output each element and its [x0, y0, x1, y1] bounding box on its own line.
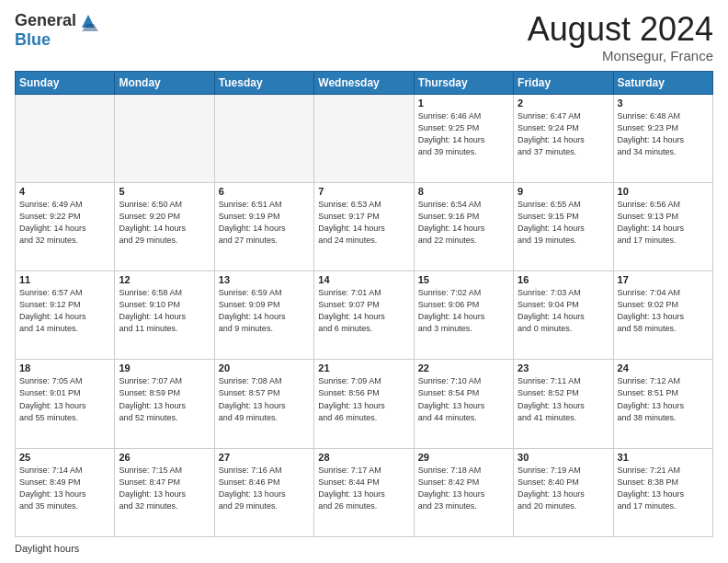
day-info: Sunrise: 7:01 AM Sunset: 9:07 PM Dayligh… — [318, 287, 409, 335]
day-info: Sunrise: 6:56 AM Sunset: 9:13 PM Dayligh… — [618, 199, 709, 247]
day-info: Sunrise: 7:11 AM Sunset: 8:52 PM Dayligh… — [518, 375, 609, 423]
day-info: Sunrise: 7:03 AM Sunset: 9:04 PM Dayligh… — [518, 287, 609, 335]
day-header-sunday: Sunday — [16, 71, 115, 94]
calendar-cell: 22Sunrise: 7:10 AM Sunset: 8:54 PM Dayli… — [414, 360, 513, 448]
day-info: Sunrise: 7:10 AM Sunset: 8:54 PM Dayligh… — [418, 375, 509, 423]
calendar-cell: 30Sunrise: 7:19 AM Sunset: 8:40 PM Dayli… — [514, 448, 613, 536]
week-row-0: 1Sunrise: 6:46 AM Sunset: 9:25 PM Daylig… — [16, 94, 713, 182]
day-info: Sunrise: 7:16 AM Sunset: 8:46 PM Dayligh… — [219, 465, 310, 512]
day-info: Sunrise: 6:50 AM Sunset: 9:20 PM Dayligh… — [119, 199, 210, 247]
calendar-cell: 10Sunrise: 6:56 AM Sunset: 9:13 PM Dayli… — [613, 182, 712, 270]
day-number: 31 — [618, 452, 709, 463]
calendar-cell: 2Sunrise: 6:47 AM Sunset: 9:24 PM Daylig… — [514, 94, 613, 182]
calendar-subtitle: Monsegur, France — [528, 48, 713, 63]
day-header-thursday: Thursday — [414, 71, 513, 94]
day-info: Sunrise: 7:07 AM Sunset: 8:59 PM Dayligh… — [119, 375, 210, 423]
week-row-3: 18Sunrise: 7:05 AM Sunset: 9:01 PM Dayli… — [16, 360, 713, 448]
week-row-4: 25Sunrise: 7:14 AM Sunset: 8:49 PM Dayli… — [16, 448, 713, 536]
header: General Blue August 2024 Monsegur, Franc… — [15, 11, 713, 63]
calendar-cell: 11Sunrise: 6:57 AM Sunset: 9:12 PM Dayli… — [16, 271, 115, 360]
day-header-saturday: Saturday — [613, 71, 712, 94]
calendar-cell: 3Sunrise: 6:48 AM Sunset: 9:23 PM Daylig… — [613, 94, 712, 182]
day-number: 20 — [219, 362, 310, 373]
day-number: 6 — [219, 186, 310, 197]
day-number: 3 — [618, 98, 709, 109]
day-number: 1 — [418, 98, 509, 109]
calendar-cell: 6Sunrise: 6:51 AM Sunset: 9:19 PM Daylig… — [214, 182, 313, 270]
day-number: 16 — [518, 274, 609, 285]
calendar-cell: 26Sunrise: 7:15 AM Sunset: 8:47 PM Dayli… — [115, 448, 214, 536]
day-number: 11 — [19, 274, 110, 285]
calendar-title: August 2024 — [528, 11, 713, 48]
day-info: Sunrise: 7:02 AM Sunset: 9:06 PM Dayligh… — [418, 287, 509, 335]
calendar-cell: 1Sunrise: 6:46 AM Sunset: 9:25 PM Daylig… — [414, 94, 513, 182]
calendar-cell: 31Sunrise: 7:21 AM Sunset: 8:38 PM Dayli… — [613, 448, 712, 536]
day-number: 8 — [418, 186, 509, 197]
day-info: Sunrise: 6:55 AM Sunset: 9:15 PM Dayligh… — [518, 199, 609, 247]
day-info: Sunrise: 7:19 AM Sunset: 8:40 PM Dayligh… — [518, 465, 609, 512]
day-number: 21 — [318, 362, 409, 373]
day-info: Sunrise: 7:09 AM Sunset: 8:56 PM Dayligh… — [318, 375, 409, 423]
calendar-cell: 18Sunrise: 7:05 AM Sunset: 9:01 PM Dayli… — [16, 360, 115, 448]
day-number: 24 — [618, 362, 709, 373]
day-number: 26 — [119, 452, 210, 463]
day-info: Sunrise: 6:57 AM Sunset: 9:12 PM Dayligh… — [19, 287, 110, 335]
day-number: 5 — [119, 186, 210, 197]
calendar-cell: 21Sunrise: 7:09 AM Sunset: 8:56 PM Dayli… — [314, 360, 414, 448]
day-number: 30 — [518, 452, 609, 463]
logo: General Blue — [15, 11, 98, 50]
day-number: 28 — [318, 452, 409, 463]
day-info: Sunrise: 7:05 AM Sunset: 9:01 PM Dayligh… — [19, 375, 110, 423]
day-number: 9 — [518, 186, 609, 197]
day-header-wednesday: Wednesday — [314, 71, 414, 94]
day-number: 29 — [418, 452, 509, 463]
day-number: 19 — [119, 362, 210, 373]
day-header-friday: Friday — [514, 71, 613, 94]
day-number: 15 — [418, 274, 509, 285]
day-number: 25 — [19, 452, 110, 463]
day-number: 23 — [518, 362, 609, 373]
calendar-cell: 5Sunrise: 6:50 AM Sunset: 9:20 PM Daylig… — [115, 182, 214, 270]
day-info: Sunrise: 6:46 AM Sunset: 9:25 PM Dayligh… — [418, 110, 509, 158]
day-info: Sunrise: 6:59 AM Sunset: 9:09 PM Dayligh… — [219, 287, 310, 335]
calendar-cell: 23Sunrise: 7:11 AM Sunset: 8:52 PM Dayli… — [514, 360, 613, 448]
day-number: 10 — [618, 186, 709, 197]
day-number: 17 — [618, 274, 709, 285]
calendar-cell: 29Sunrise: 7:18 AM Sunset: 8:42 PM Dayli… — [414, 448, 513, 536]
calendar-cell: 25Sunrise: 7:14 AM Sunset: 8:49 PM Dayli… — [16, 448, 115, 536]
day-info: Sunrise: 6:54 AM Sunset: 9:16 PM Dayligh… — [418, 199, 509, 247]
calendar-cell: 13Sunrise: 6:59 AM Sunset: 9:09 PM Dayli… — [214, 271, 313, 360]
week-row-2: 11Sunrise: 6:57 AM Sunset: 9:12 PM Dayli… — [16, 271, 713, 360]
day-number: 27 — [219, 452, 310, 463]
header-row: SundayMondayTuesdayWednesdayThursdayFrid… — [16, 71, 713, 94]
calendar-cell — [314, 94, 414, 182]
day-number: 14 — [318, 274, 409, 285]
calendar-cell: 12Sunrise: 6:58 AM Sunset: 9:10 PM Dayli… — [115, 271, 214, 360]
calendar-cell — [214, 94, 313, 182]
calendar-cell: 28Sunrise: 7:17 AM Sunset: 8:44 PM Dayli… — [314, 448, 414, 536]
week-row-1: 4Sunrise: 6:49 AM Sunset: 9:22 PM Daylig… — [16, 182, 713, 270]
calendar-cell: 17Sunrise: 7:04 AM Sunset: 9:02 PM Dayli… — [613, 271, 712, 360]
day-header-monday: Monday — [115, 71, 214, 94]
day-number: 7 — [318, 186, 409, 197]
day-info: Sunrise: 7:12 AM Sunset: 8:51 PM Dayligh… — [618, 375, 709, 423]
calendar-cell: 15Sunrise: 7:02 AM Sunset: 9:06 PM Dayli… — [414, 271, 513, 360]
calendar-cell: 19Sunrise: 7:07 AM Sunset: 8:59 PM Dayli… — [115, 360, 214, 448]
calendar-cell: 16Sunrise: 7:03 AM Sunset: 9:04 PM Dayli… — [514, 271, 613, 360]
calendar-cell: 14Sunrise: 7:01 AM Sunset: 9:07 PM Dayli… — [314, 271, 414, 360]
calendar-cell: 4Sunrise: 6:49 AM Sunset: 9:22 PM Daylig… — [16, 182, 115, 270]
calendar-cell: 20Sunrise: 7:08 AM Sunset: 8:57 PM Dayli… — [214, 360, 313, 448]
footer: Daylight hours — [15, 543, 713, 554]
day-info: Sunrise: 6:51 AM Sunset: 9:19 PM Dayligh… — [219, 199, 310, 247]
day-number: 2 — [518, 98, 609, 109]
day-number: 12 — [119, 274, 210, 285]
day-number: 13 — [219, 274, 310, 285]
day-number: 22 — [418, 362, 509, 373]
day-info: Sunrise: 7:08 AM Sunset: 8:57 PM Dayligh… — [219, 375, 310, 423]
calendar-cell: 27Sunrise: 7:16 AM Sunset: 8:46 PM Dayli… — [214, 448, 313, 536]
logo-text-blue: Blue — [15, 31, 98, 50]
logo-text-general: General — [15, 12, 76, 30]
calendar-cell: 9Sunrise: 6:55 AM Sunset: 9:15 PM Daylig… — [514, 182, 613, 270]
day-info: Sunrise: 6:53 AM Sunset: 9:17 PM Dayligh… — [318, 199, 409, 247]
day-info: Sunrise: 7:18 AM Sunset: 8:42 PM Dayligh… — [418, 465, 509, 512]
